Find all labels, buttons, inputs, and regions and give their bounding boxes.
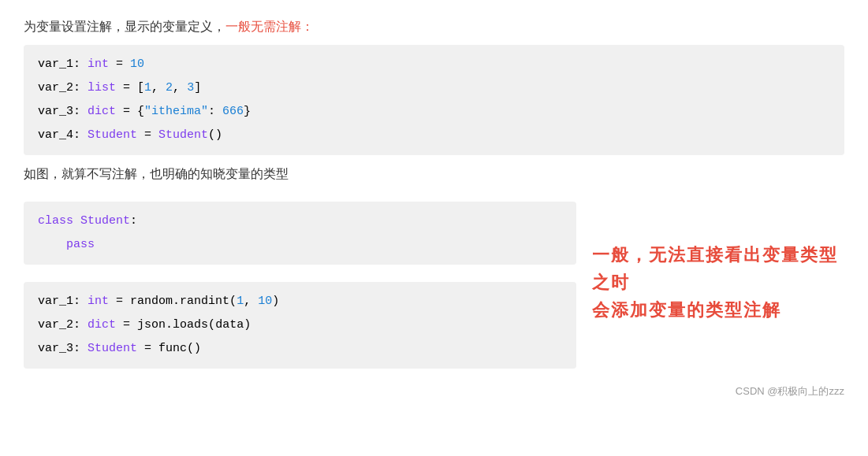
- aside-note: 一般，无法直接看出变量类型之时 会添加变量的类型注解: [592, 202, 844, 324]
- middle-text: 如图，就算不写注解，也明确的知晓变量的类型: [24, 163, 844, 186]
- section-with-aside: class Student: pass var_1: int = random.…: [24, 202, 844, 376]
- code-line-3-1: var_1: int = random.randint(1, 10): [38, 290, 562, 313]
- code-line-1-4: var_4: Student = Student(): [38, 124, 830, 147]
- header-red: 一般无需注解：: [225, 20, 314, 33]
- code-block-3: var_1: int = random.randint(1, 10) var_2…: [24, 282, 576, 369]
- code-line-3-2: var_2: dict = json.loads(data): [38, 313, 562, 337]
- footer-note: CSDN @积极向上的zzz: [24, 384, 844, 399]
- code-block-1: var_1: int = 10 var_2: list = [1, 2, 3] …: [24, 45, 844, 155]
- code-line-1-1: var_1: int = 10: [38, 53, 830, 76]
- code-line-2-2: pass: [38, 233, 562, 257]
- aside-line1: 一般，无法直接看出变量类型之时: [592, 245, 838, 292]
- header-text: 为变量设置注解，显示的变量定义，一般无需注解：: [24, 16, 844, 39]
- header-main: 为变量设置注解，显示的变量定义，: [24, 20, 225, 33]
- code-section: class Student: pass var_1: int = random.…: [24, 202, 576, 376]
- code-line-1-2: var_2: list = [1, 2, 3]: [38, 76, 830, 100]
- code-line-3-3: var_3: Student = func(): [38, 337, 562, 361]
- aside-line2: 会添加变量的类型注解: [592, 300, 781, 320]
- code-line-1-3: var_3: dict = {"itheima": 666}: [38, 100, 830, 124]
- code-block-2: class Student: pass: [24, 202, 576, 265]
- code-line-2-1: class Student:: [38, 209, 562, 233]
